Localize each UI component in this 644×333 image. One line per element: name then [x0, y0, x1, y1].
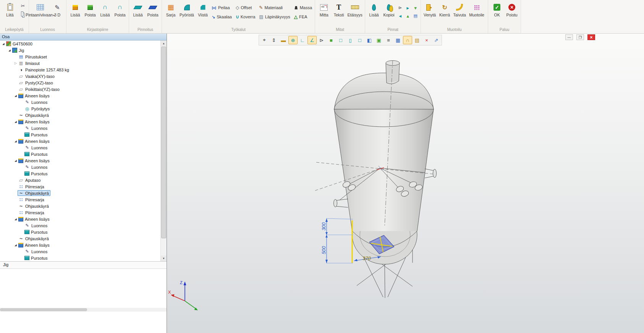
chamfer-button[interactable]: Viistä [196, 0, 210, 25]
tree-expand-icon[interactable] [14, 61, 18, 65]
tree-item[interactable]: Aputaso [0, 177, 161, 183]
series-button[interactable]: Sarja [163, 0, 178, 25]
concave-button[interactable]: Koverra [235, 13, 256, 21]
dimension-300-label[interactable]: 300 [321, 222, 327, 230]
minimize-button[interactable] [565, 34, 573, 40]
tree-item[interactable]: Jig [0, 47, 161, 53]
material-button[interactable]: Materiaali [258, 3, 291, 12]
bend-button[interactable]: Taivuta [452, 0, 467, 25]
scale-button[interactable]: Skaalaa [210, 13, 233, 21]
mass-button[interactable]: Massa [293, 3, 313, 12]
scroll-up-icon[interactable] [161, 40, 167, 46]
tree-item[interactable]: Ohjauskäyrä [0, 235, 161, 242]
tree-item[interactable]: G4T50600 [0, 40, 161, 47]
tree-expand-icon[interactable] [8, 49, 11, 52]
tree-item[interactable]: Aineen lisäys [0, 92, 161, 99]
rotate-button[interactable]: Kierrä [437, 0, 452, 25]
scroll-down-icon[interactable] [161, 255, 167, 261]
tree-item[interactable]: Piirresarja [0, 196, 161, 203]
surface-up-icon[interactable]: ▲ [404, 12, 411, 19]
measure-button[interactable]: Mitta [317, 0, 331, 25]
tree-item[interactable]: Pursotus [0, 131, 161, 138]
tree-item[interactable]: Pursotus [0, 170, 161, 177]
offset-button[interactable]: Offset [235, 3, 256, 12]
pick-surface-icon[interactable]: ⊳ [396, 4, 404, 11]
close-button[interactable] [587, 34, 595, 40]
transparency-button[interactable]: Läpinäkyvyys [258, 13, 291, 21]
paste-button[interactable]: Liitä [2, 0, 18, 25]
stretch-button[interactable]: Venytä [422, 0, 437, 25]
coating-remove-button[interactable]: Poista [146, 0, 160, 25]
measure-vertical-icon[interactable]: ⇕ [269, 36, 278, 44]
delete-icon[interactable]: × [422, 36, 431, 44]
text-button[interactable]: Teksti [332, 0, 346, 25]
copy-geometry-icon[interactable]: ▦ [393, 36, 403, 44]
scroll-thumb[interactable] [161, 47, 166, 238]
tree-expand-icon[interactable] [14, 120, 18, 123]
drawer-icon[interactable]: ▤ [413, 36, 422, 44]
tree-item[interactable]: Pursotus [0, 229, 161, 235]
solid-selected-icon[interactable]: ▣ [374, 36, 383, 44]
tree-item[interactable]: Luonnos [0, 144, 161, 151]
library-feature-remove-button[interactable]: Poista [113, 0, 127, 25]
tree-item[interactable]: Pysty(XZ)-taso [0, 79, 161, 86]
tree-item[interactable]: Luonnos [0, 99, 161, 105]
shape-button[interactable]: Muotoile [467, 0, 486, 25]
sketch-3d-button[interactable]: 3 D [50, 0, 65, 25]
horizontal-scrollbar[interactable] [0, 308, 167, 312]
tree-item[interactable]: Piirustukset [0, 53, 161, 60]
tree-item[interactable]: Piirresarja [0, 209, 161, 216]
tank-body[interactable] [334, 109, 434, 231]
tree-expand-icon[interactable] [14, 244, 18, 247]
viewport-canvas[interactable]: 300 500 370 Z X [167, 34, 644, 333]
select-filter-icon[interactable]: ⊳ [317, 36, 326, 44]
tree-scrollbar[interactable] [160, 40, 167, 261]
left-nozzle[interactable] [334, 199, 348, 207]
shaded-view-icon[interactable]: ◧ [365, 36, 374, 44]
tree-item[interactable]: Painopiste 1257.483 kg [0, 66, 161, 73]
pin-icon[interactable]: ⌖ [260, 36, 269, 44]
cut-button[interactable] [19, 2, 27, 10]
tree-expand-icon[interactable] [14, 94, 18, 97]
dimension-370-label[interactable]: 370 [362, 255, 371, 261]
distance-button[interactable]: Etäisyys [346, 0, 363, 25]
tree-item[interactable]: Ohjauskäyrä [0, 203, 161, 209]
library-remove-button[interactable]: Poista [83, 0, 97, 25]
tank-dome[interactable] [334, 73, 434, 109]
tree-item[interactable]: Ilmiasut [0, 60, 161, 66]
restore-button[interactable] [576, 34, 584, 40]
snap-rotate-icon[interactable]: ⊕ [288, 36, 298, 44]
sketch-on-face-button[interactable]: Pintaan/viivaan [31, 0, 50, 25]
snap-angle-icon[interactable]: ∠ [307, 36, 317, 44]
tree-item[interactable]: Luonnos [0, 164, 161, 170]
tree-item[interactable]: Aineen lisäys [0, 242, 161, 248]
tree-item[interactable]: Pursotus [0, 255, 161, 261]
tree-item[interactable]: Luonnos [0, 222, 161, 229]
tree-item[interactable]: Pyöräytys [0, 105, 161, 112]
surface-add-button[interactable]: Lisää [367, 0, 381, 25]
tree-expand-icon[interactable] [14, 159, 18, 162]
library-feature-add-button[interactable]: Lisää [98, 0, 112, 25]
tree-item[interactable]: Vaaka(XY)-taso [0, 73, 161, 79]
coating-add-button[interactable]: Lisää [131, 0, 145, 25]
dimension-500-label[interactable]: 500 [321, 246, 327, 254]
surface-back-icon[interactable]: ◄ [396, 12, 404, 19]
tree-item[interactable]: Aineen lisäys [0, 216, 161, 222]
tree-item[interactable]: Luonnos [0, 248, 161, 255]
surface-stack-icon[interactable]: ▤ [412, 12, 419, 19]
tree-item[interactable]: Poikittais(YZ)-taso [0, 86, 161, 92]
tree-item[interactable]: Luonnos [0, 125, 161, 131]
horizontal-scroll-thumb[interactable] [0, 308, 87, 311]
tree-item[interactable]: Aineen lisäys [0, 157, 161, 164]
viewport-3d[interactable]: 300 500 370 Z X ⌖ ⇕ [167, 34, 644, 333]
snap-axis-icon[interactable]: ∟ [298, 36, 307, 44]
fillet-button[interactable]: Pyöristä [178, 0, 195, 25]
outline-view-icon[interactable]: □ [355, 36, 364, 44]
mirror-button[interactable]: Peilaa [210, 3, 233, 12]
tree-item[interactable]: Ohjauskäyrä [0, 112, 161, 118]
feature-list-icon[interactable]: ≡ [384, 36, 393, 44]
ruler-icon[interactable]: ▬ [279, 36, 288, 44]
tree-item[interactable]: Pursotus [0, 151, 161, 157]
hidden-line-view-icon[interactable]: ▯ [346, 36, 355, 44]
tree-expand-icon[interactable] [2, 42, 5, 45]
